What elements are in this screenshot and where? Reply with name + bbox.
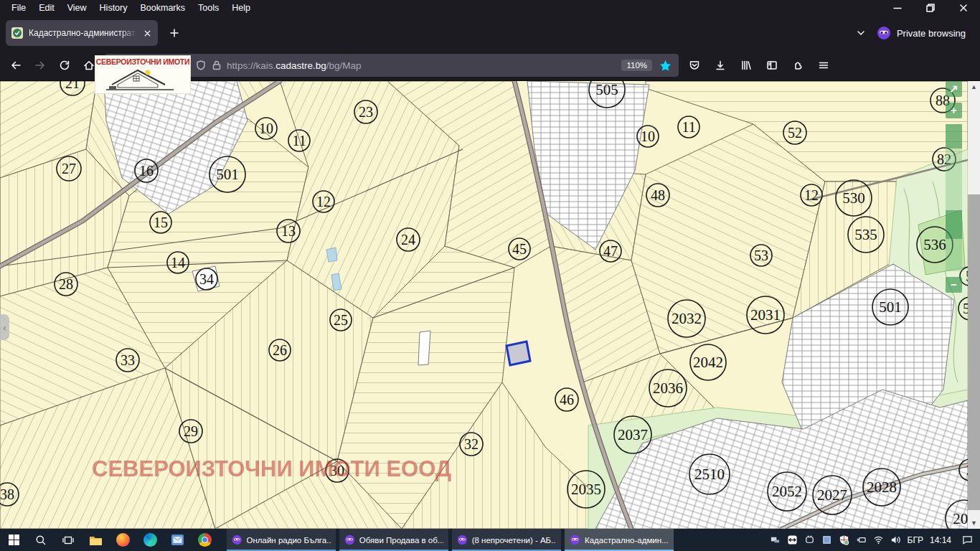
tab-cadastre[interactable]: Кадастрално-административн	[6, 20, 158, 46]
new-tab-button[interactable]	[164, 22, 185, 44]
svg-text:202: 202	[953, 510, 968, 527]
svg-text:10: 10	[641, 128, 655, 144]
svg-text:54: 54	[963, 301, 968, 316]
svg-text:2037: 2037	[618, 426, 648, 443]
watermark-text: СЕВЕРОИЗТОЧНИ ИМОТИ ЕООД	[92, 456, 451, 482]
edge-icon[interactable]	[136, 529, 164, 551]
permissions-shield-icon[interactable]	[195, 60, 207, 71]
scrollbar-thumb[interactable]	[968, 194, 980, 510]
minimize-icon[interactable]	[881, 0, 914, 16]
site-logo-house-icon	[103, 66, 182, 92]
tray-defender-icon[interactable]	[839, 534, 849, 545]
windows-taskbar: Онлайн радио Бълга... Обяви Продава в об…	[0, 529, 980, 551]
back-button[interactable]	[4, 54, 27, 77]
menu-history[interactable]: History	[94, 1, 133, 15]
library-icon[interactable]	[735, 54, 758, 77]
menu-tools[interactable]: Tools	[192, 1, 225, 15]
tray-device-icon[interactable]	[770, 534, 781, 545]
svg-text:25: 25	[334, 312, 348, 328]
menu-bookmarks[interactable]: Bookmarks	[134, 1, 191, 15]
svg-text:15: 15	[154, 215, 168, 230]
scroll-up-icon[interactable]: ▲	[968, 81, 980, 93]
svg-text:2031: 2031	[750, 306, 781, 324]
menu-file[interactable]: File	[6, 1, 32, 15]
reload-button[interactable]	[53, 54, 76, 77]
taskbar-window-ads[interactable]: Обяви Продава в об...	[339, 529, 448, 551]
panel-collapse-handle[interactable]: ‹	[0, 314, 9, 340]
language-indicator[interactable]: БГР	[908, 535, 923, 545]
svg-text:33: 33	[121, 352, 135, 368]
map-pan-button[interactable]: ↗	[946, 81, 962, 97]
svg-text:2028: 2028	[867, 479, 897, 496]
private-mask-icon	[344, 534, 355, 545]
menu-help[interactable]: Help	[226, 1, 256, 15]
close-icon[interactable]	[947, 0, 980, 16]
svg-text:16: 16	[139, 163, 154, 179]
clock[interactable]: 14:14	[930, 535, 951, 545]
svg-text:501: 501	[879, 298, 902, 316]
tray-wifi-icon[interactable]	[873, 534, 884, 545]
svg-text:2052: 2052	[772, 483, 802, 500]
svg-text:535: 535	[854, 226, 877, 243]
svg-text:21: 21	[65, 81, 80, 91]
taskbar-window-cadastre[interactable]: Кадастрално-админ...	[565, 529, 674, 551]
tray-app-window-icon[interactable]	[821, 534, 832, 545]
tray-screen-clip-icon[interactable]	[804, 534, 815, 545]
svg-text:32: 32	[464, 436, 479, 452]
map-zoom-out-button[interactable]: −	[946, 277, 962, 293]
mail-app-icon[interactable]	[164, 529, 191, 551]
start-button[interactable]	[0, 529, 27, 551]
downloads-icon[interactable]	[709, 54, 732, 77]
page-zoom-badge[interactable]: 110%	[621, 60, 652, 71]
vertical-scrollbar[interactable]: ▲ ▼	[968, 81, 980, 529]
tab-title: Кадастрално-административн	[29, 28, 137, 38]
svg-text:27: 27	[62, 161, 76, 176]
taskbar-window-mail[interactable]: (8 непрочетени) - АБ...	[452, 529, 561, 551]
sidebar-toggle-icon[interactable]	[760, 54, 783, 77]
file-explorer-icon[interactable]	[82, 529, 109, 551]
private-mask-icon	[877, 26, 891, 40]
selected-parcel[interactable]	[507, 342, 530, 365]
svg-text:14: 14	[171, 255, 185, 270]
map-zoom-slider[interactable]	[946, 124, 962, 271]
svg-text:12: 12	[804, 187, 819, 203]
url-text[interactable]: https://kais.cadastre.bg/bg/Map	[227, 60, 617, 71]
svg-text:2510: 2510	[694, 466, 725, 483]
notification-bubble-icon[interactable]	[962, 534, 973, 545]
menu-edit[interactable]: Edit	[33, 1, 60, 15]
tray-power-icon[interactable]	[856, 534, 867, 545]
svg-text:12: 12	[316, 194, 331, 209]
tray-volume-icon[interactable]	[890, 534, 901, 545]
site-logo-title: СЕВЕРОИЗТОЧНИ ИМОТИ	[96, 57, 189, 66]
extensions-icon[interactable]	[786, 54, 809, 77]
chrome-icon[interactable]	[191, 529, 218, 551]
svg-text:24: 24	[401, 232, 415, 248]
bookmark-star-icon[interactable]	[659, 60, 672, 72]
taskbar-window-radio[interactable]: Онлайн радио Бълга...	[227, 529, 336, 551]
svg-text:47: 47	[603, 243, 618, 259]
forward-button[interactable]	[29, 54, 52, 77]
tab-close-icon[interactable]	[143, 29, 152, 38]
scroll-down-icon[interactable]: ▼	[968, 517, 980, 529]
tray-teamviewer-icon[interactable]	[787, 534, 798, 545]
private-browsing-badge: Private browsing	[871, 26, 974, 40]
svg-text:2027: 2027	[817, 486, 847, 504]
app-menu-icon[interactable]	[812, 54, 835, 77]
map-zoom-in-button[interactable]: +	[946, 103, 962, 118]
firefox-icon[interactable]	[109, 529, 136, 551]
svg-text:2035: 2035	[571, 481, 601, 498]
url-bar[interactable]: https://kais.cadastre.bg/bg/Map 110%	[105, 54, 679, 77]
browser-content: 2127165011011231213241514342825263329303…	[0, 81, 980, 529]
svg-text:45: 45	[512, 241, 527, 257]
lock-icon[interactable]	[211, 60, 222, 71]
cadastral-map[interactable]: 2127165011011231213241514342825263329303…	[0, 81, 968, 529]
tab-favicon-icon	[11, 27, 23, 39]
restore-icon[interactable]	[914, 0, 947, 16]
pocket-icon[interactable]	[683, 54, 706, 77]
task-view-icon[interactable]	[55, 529, 82, 551]
private-mask-icon	[457, 534, 468, 545]
search-icon[interactable]	[27, 529, 55, 551]
menu-view[interactable]: View	[62, 1, 93, 15]
svg-text:505: 505	[595, 81, 618, 98]
list-all-tabs-icon[interactable]	[851, 27, 871, 39]
